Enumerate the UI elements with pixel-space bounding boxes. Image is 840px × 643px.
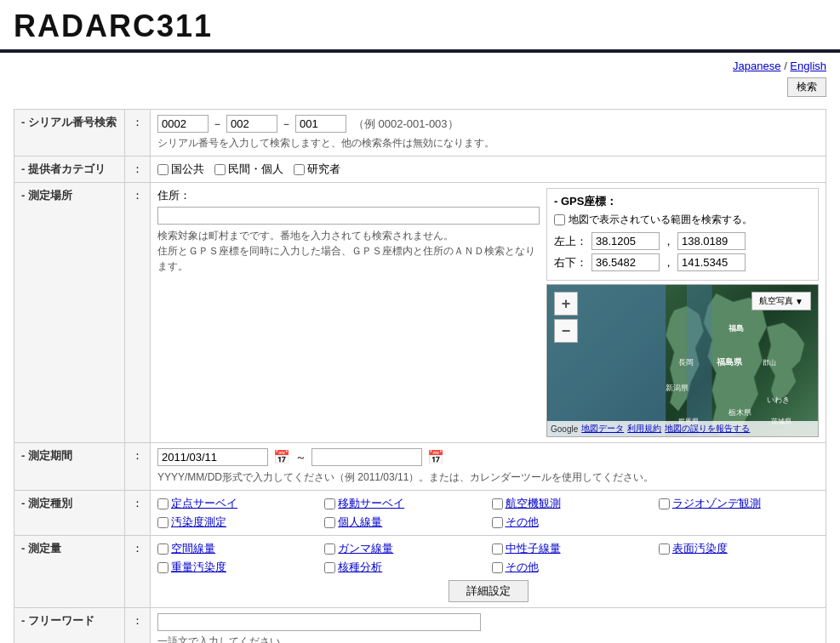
category-checkbox-0[interactable] xyxy=(157,164,169,175)
address-note-1: 検索対象は町村までです。番地を入力されても検索されません。 xyxy=(157,230,454,242)
gps-upper-left-lat[interactable] xyxy=(591,232,660,250)
category-option-1[interactable]: 民間・個人 xyxy=(214,162,283,177)
svg-text:新潟県: 新潟県 xyxy=(666,384,689,392)
map-footer: Google 地図データ 利用規約 地図の誤りを報告する xyxy=(547,421,818,436)
meas-qty-cb-4[interactable] xyxy=(157,562,169,573)
meas-qty-link-3[interactable]: 表面汚染度 xyxy=(672,541,728,556)
japanese-lang-link[interactable]: Japanese xyxy=(733,60,780,72)
meas-qty-link-6[interactable]: その他 xyxy=(506,560,539,575)
date-to-input[interactable] xyxy=(311,448,422,466)
meas-qty-cb-5[interactable] xyxy=(324,562,335,573)
meas-qty-0[interactable]: 空間線量 xyxy=(157,541,317,556)
date-note: YYYY/MM/DD形式で入力してください（例 2011/03/11）。または、… xyxy=(157,469,819,485)
serial-note: シリアル番号を入力して検索しますと、他の検索条件は無効になります。 xyxy=(157,136,819,151)
meas-type-2[interactable]: 航空機観測 xyxy=(492,496,652,511)
svg-text:栃木県: 栃木県 xyxy=(729,408,751,417)
meas-qty-cb-3[interactable] xyxy=(659,543,670,555)
map-type-dropdown-icon: ▼ xyxy=(795,297,803,306)
meas-type-4[interactable]: 汚染度測定 xyxy=(157,515,317,530)
meas-type-cb-5[interactable] xyxy=(324,517,335,528)
meas-type-link-5[interactable]: 個人線量 xyxy=(338,515,382,530)
top-search-button[interactable]: 検索 xyxy=(787,77,826,97)
gps-box: - GPS座標： 地図で表示されている範囲を検索する。 左上： ， xyxy=(546,188,819,281)
meas-qty-link-4[interactable]: 重量汚染度 xyxy=(171,560,226,575)
location-right: - GPS座標： 地図で表示されている範囲を検索する。 左上： ， xyxy=(546,188,819,437)
meas-qty-content: 空間線量 ガンマ線量 中性子線量 表面汚染度 重量汚染度 核種分析 その他 詳細… xyxy=(151,536,826,608)
meas-qty-4[interactable]: 重量汚染度 xyxy=(157,560,317,575)
period-row: - 測定期間 ： 📅 ～ 📅 YYYY/MM/DD形式で入力してください（例 2… xyxy=(14,443,826,491)
map-type-button[interactable]: 航空写真 ▼ xyxy=(751,292,811,310)
serial-input-2[interactable] xyxy=(226,115,277,133)
category-option-0[interactable]: 国公共 xyxy=(157,162,204,177)
meas-qty-section-label: - 測定量 xyxy=(14,536,125,608)
meas-type-0[interactable]: 定点サーベイ xyxy=(157,496,317,511)
address-input[interactable] xyxy=(157,207,540,225)
meas-qty-3[interactable]: 表面汚染度 xyxy=(659,541,819,556)
english-lang-link[interactable]: English xyxy=(790,60,826,72)
category-row: - 提供者カテゴリ ： 国公共 民間・個人 研究者 xyxy=(14,156,826,183)
meas-type-link-4[interactable]: 汚染度測定 xyxy=(171,515,226,530)
meas-type-link-2[interactable]: 航空機観測 xyxy=(506,496,561,511)
meas-type-cb-6[interactable] xyxy=(492,517,503,528)
meas-type-link-0[interactable]: 定点サーベイ xyxy=(171,496,237,511)
gps-lower-right-lng[interactable] xyxy=(677,253,746,271)
meas-type-sep: ： xyxy=(125,491,151,536)
category-label-2: 研究者 xyxy=(307,162,340,177)
meas-type-cb-2[interactable] xyxy=(492,498,503,509)
meas-qty-cb-6[interactable] xyxy=(492,562,503,573)
detail-settings-button[interactable]: 詳細設定 xyxy=(449,580,529,602)
meas-type-cb-4[interactable] xyxy=(157,517,169,528)
meas-type-cb-3[interactable] xyxy=(659,498,670,509)
meas-qty-cb-1[interactable] xyxy=(324,543,335,555)
gps-map-checkbox[interactable] xyxy=(554,214,565,225)
meas-qty-6[interactable]: その他 xyxy=(492,560,652,575)
meas-qty-cb-0[interactable] xyxy=(157,543,169,555)
svg-text:いわき: いわき xyxy=(767,395,790,404)
meas-qty-link-0[interactable]: 空間線量 xyxy=(171,541,215,556)
meas-type-link-6[interactable]: その他 xyxy=(506,515,539,530)
map-zoom-in-button[interactable]: + xyxy=(554,292,578,316)
category-checkboxes: 国公共 民間・個人 研究者 xyxy=(157,162,819,177)
meas-type-cb-1[interactable] xyxy=(324,498,335,509)
date-from-input[interactable] xyxy=(157,448,268,466)
gps-lower-right-lat[interactable] xyxy=(591,253,660,271)
map-container[interactable]: 福島 福島県 郡山 いわき 長岡 新潟県 栃木県 茨城県 群馬県 xyxy=(546,284,819,437)
date-to-calendar-icon[interactable]: 📅 xyxy=(427,449,444,465)
category-sep: ： xyxy=(125,156,151,183)
map-zoom-out-button[interactable]: − xyxy=(554,319,578,343)
address-label: 住所： xyxy=(157,188,540,203)
meas-qty-2[interactable]: 中性子線量 xyxy=(492,541,652,556)
serial-row: - シリアル番号検索 ： － － （例 0002-001-003） シリアル番号… xyxy=(14,110,826,156)
search-bar-top: 検索 xyxy=(0,76,840,102)
category-checkbox-1[interactable] xyxy=(214,164,226,175)
gps-upper-left-label: 左上： xyxy=(554,234,588,249)
meas-qty-link-5[interactable]: 核種分析 xyxy=(338,560,382,575)
meas-type-link-1[interactable]: 移動サーベイ xyxy=(338,496,404,511)
meas-qty-5[interactable]: 核種分析 xyxy=(324,560,484,575)
meas-type-3[interactable]: ラジオゾンデ観測 xyxy=(659,496,819,511)
date-from-calendar-icon[interactable]: 📅 xyxy=(273,449,290,465)
meas-type-5[interactable]: 個人線量 xyxy=(324,515,484,530)
category-option-2[interactable]: 研究者 xyxy=(294,162,340,177)
meas-type-1[interactable]: 移動サーベイ xyxy=(324,496,484,511)
location-left: 住所： 検索対象は町村までです。番地を入力されても検索されません。 住所とＧＰＳ… xyxy=(157,188,540,274)
category-checkbox-2[interactable] xyxy=(294,164,305,175)
map-terms-link[interactable]: 利用規約 xyxy=(627,423,661,435)
serial-sep: ： xyxy=(125,110,151,156)
meas-type-6[interactable]: その他 xyxy=(492,515,652,530)
map-report-link[interactable]: 地図の誤りを報告する xyxy=(665,423,750,435)
meas-type-row: - 測定種別 ： 定点サーベイ 移動サーベイ 航空機観測 ラジオゾンデ観測 汚染… xyxy=(14,491,826,536)
map-data-link[interactable]: 地図データ xyxy=(581,423,624,435)
meas-qty-link-1[interactable]: ガンマ線量 xyxy=(338,541,393,556)
serial-input-1[interactable] xyxy=(157,115,209,133)
freeword-input[interactable] xyxy=(157,613,481,631)
meas-qty-link-2[interactable]: 中性子線量 xyxy=(506,541,561,556)
meas-type-link-3[interactable]: ラジオゾンデ観測 xyxy=(672,496,761,511)
period-sep: ： xyxy=(125,443,151,491)
serial-input-3[interactable] xyxy=(295,115,346,133)
meas-qty-1[interactable]: ガンマ線量 xyxy=(324,541,484,556)
gps-upper-left-lng[interactable] xyxy=(677,232,746,250)
meas-type-cb-0[interactable] xyxy=(157,498,169,509)
freeword-section-label: - フリーワード xyxy=(14,608,125,644)
meas-qty-cb-2[interactable] xyxy=(492,543,503,555)
